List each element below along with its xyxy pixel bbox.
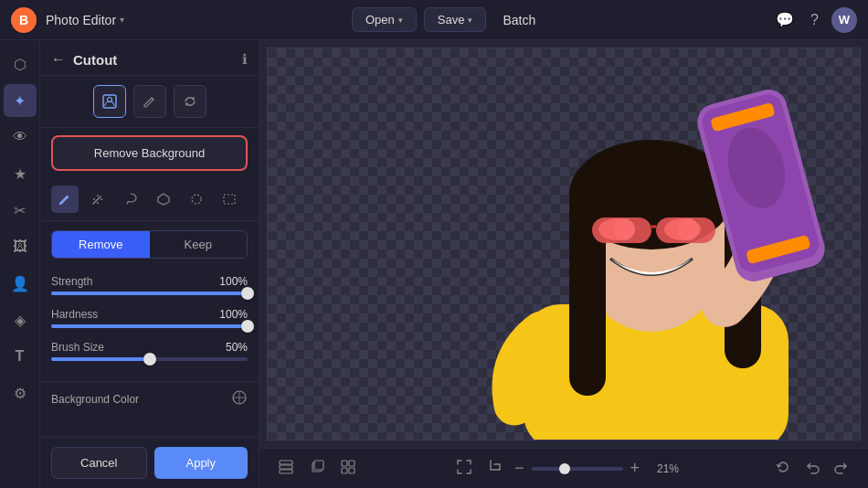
circle-select-icon [189, 192, 204, 207]
remove-background-button[interactable]: Remove Background [51, 135, 248, 171]
remove-keep-toggle: Remove Keep [51, 230, 248, 259]
bottom-center: − + 21% [452, 455, 679, 483]
icon-bar-star[interactable]: ★ [4, 157, 37, 190]
side-panel: ← Cutout ℹ [40, 40, 259, 488]
icon-bar-people[interactable]: 👤 [4, 267, 37, 300]
cutout-edit-icon [142, 93, 158, 110]
app-title[interactable]: Photo Editor ▾ [46, 13, 124, 27]
grid-icon [340, 459, 356, 475]
icon-bar-view[interactable]: 👁 [4, 121, 37, 154]
rotate-left-btn[interactable] [771, 455, 795, 483]
keep-btn[interactable]: Keep [150, 231, 248, 258]
svg-point-3 [93, 198, 95, 200]
bottom-left [274, 455, 360, 483]
cutout-tabs [40, 76, 259, 128]
brush-circle-tool[interactable] [183, 186, 210, 213]
color-picker-icon [231, 389, 248, 406]
cutout-tab-refresh[interactable] [174, 85, 206, 118]
polygon-icon [156, 192, 171, 207]
icon-bar-settings[interactable]: ⚙ [4, 377, 37, 409]
brush-tools [40, 178, 259, 221]
apply-button[interactable]: Apply [154, 447, 249, 479]
zoom-slider[interactable] [532, 467, 623, 471]
fit-screen-icon [456, 459, 472, 475]
chat-icon[interactable]: 💬 [772, 7, 798, 32]
crop-btn[interactable] [483, 455, 507, 483]
zoom-in-btn[interactable]: + [630, 459, 640, 478]
hardness-slider-row: Hardness 100% [51, 308, 248, 328]
save-button[interactable]: Save ▾ [424, 7, 487, 32]
svg-rect-31 [280, 465, 292, 469]
strength-slider-row: Strength 100% [51, 275, 248, 295]
svg-rect-34 [314, 461, 323, 470]
strength-slider[interactable] [51, 292, 248, 295]
help-icon[interactable]: ? [807, 8, 822, 32]
panel-header: ← Cutout ℹ [40, 40, 259, 76]
redo-icon [833, 459, 850, 475]
magic-wand-icon [90, 192, 105, 207]
rotate-ccw-icon [775, 459, 791, 475]
cutout-tab-person[interactable] [93, 85, 126, 118]
svg-point-22 [598, 218, 635, 240]
main-layout: ⬡ ✦ 👁 ★ ✂ 🖼 👤 ◈ T ⚙ ← Cutout ℹ [0, 40, 868, 488]
brush-lasso-tool[interactable] [117, 186, 144, 213]
duplicate-icon-btn[interactable] [305, 455, 329, 483]
avatar[interactable]: W [831, 7, 857, 33]
brush-polygon-tool[interactable] [150, 186, 177, 213]
svg-rect-15 [569, 186, 606, 396]
grid-icon-btn[interactable] [336, 455, 360, 483]
bg-color-picker-button[interactable] [231, 389, 248, 409]
panel-info-button[interactable]: ℹ [242, 51, 248, 68]
crop-icon [487, 459, 503, 475]
cancel-button[interactable]: Cancel [51, 447, 147, 479]
refresh-icon [182, 93, 198, 110]
undo-btn[interactable] [800, 455, 824, 483]
icon-bar-text[interactable]: T [4, 340, 37, 373]
brush-pencil-tool[interactable] [51, 186, 79, 213]
icon-bar-effects[interactable]: ✦ [4, 84, 37, 117]
icon-bar-layers[interactable]: 🖼 [4, 230, 37, 263]
brush-magic-tool[interactable] [84, 186, 111, 213]
person-svg [268, 48, 861, 440]
canvas-area: − + 21% [259, 40, 868, 488]
brush-size-slider-row: Brush Size 50% [51, 341, 248, 361]
background-color-row: Background Color [40, 381, 259, 417]
icon-bar-home[interactable]: ⬡ [4, 48, 37, 80]
topbar: B Photo Editor ▾ Open ▾ Save ▾ Batch 💬 ?… [0, 0, 868, 40]
icon-bar-shapes[interactable]: ◈ [4, 303, 37, 336]
svg-rect-32 [280, 470, 292, 473]
redo-btn[interactable] [830, 455, 853, 483]
svg-marker-6 [158, 194, 169, 205]
remove-btn[interactable]: Remove [52, 231, 150, 258]
brush-size-slider[interactable] [51, 357, 248, 361]
icon-bar-cutout[interactable]: ✂ [4, 194, 37, 227]
bottom-right [771, 455, 853, 483]
lasso-icon [123, 192, 138, 207]
batch-button[interactable]: Batch [493, 8, 545, 32]
pencil-icon [58, 192, 72, 207]
rect-select-icon [222, 192, 237, 207]
svg-rect-37 [342, 468, 347, 473]
fit-screen-btn[interactable] [452, 455, 476, 483]
canvas-wrapper[interactable] [259, 40, 868, 448]
svg-rect-36 [349, 461, 355, 466]
panel-back-button[interactable]: ← [51, 51, 66, 68]
hardness-slider[interactable] [51, 324, 248, 328]
open-button[interactable]: Open ▾ [352, 7, 417, 32]
svg-point-4 [101, 198, 102, 200]
bottom-bar: − + 21% [259, 448, 868, 488]
svg-point-7 [192, 195, 201, 204]
svg-rect-38 [349, 468, 355, 473]
layers-icon-btn[interactable] [274, 455, 298, 483]
svg-rect-8 [224, 195, 235, 204]
topbar-center: Open ▾ Save ▾ Batch [124, 7, 772, 32]
undo-icon [804, 459, 820, 475]
svg-rect-35 [342, 461, 347, 466]
cutout-tab-edit[interactable] [133, 85, 166, 118]
panel-title: Cutout [73, 52, 242, 68]
svg-point-23 [664, 218, 701, 240]
svg-point-2 [97, 195, 99, 196]
zoom-out-btn[interactable]: − [514, 459, 524, 478]
brush-rect-tool[interactable] [216, 186, 243, 213]
icon-bar: ⬡ ✦ 👁 ★ ✂ 🖼 👤 ◈ T ⚙ [0, 40, 40, 488]
